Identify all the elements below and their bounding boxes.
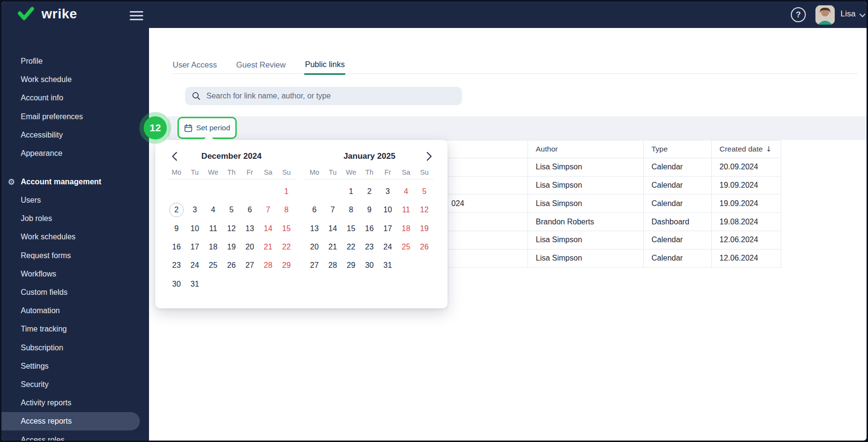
calendar-day[interactable]: 25 — [204, 256, 222, 275]
sidebar-item-appearance[interactable]: Appearance — [1, 144, 149, 163]
sidebar-item-work-schedules[interactable]: Work schedules — [1, 228, 149, 246]
user-name[interactable]: Lisa — [841, 9, 855, 19]
sidebar-item-settings[interactable]: Settings — [1, 357, 149, 375]
calendar-day[interactable]: 13 — [305, 220, 324, 238]
column-header-created-date[interactable]: Created date ↓ — [712, 140, 781, 158]
sidebar-item-custom-fields[interactable]: Custom fields — [1, 283, 149, 302]
calendar-day[interactable]: 18 — [397, 220, 415, 238]
sidebar-item-time-tracking[interactable]: Time tracking — [1, 320, 149, 338]
calendar-day[interactable]: 26 — [415, 238, 434, 256]
calendar-day[interactable]: 31 — [379, 256, 397, 275]
avatar[interactable] — [815, 5, 835, 25]
calendar-day[interactable]: 15 — [277, 220, 296, 238]
calendar-day[interactable]: 22 — [342, 238, 360, 256]
calendar-day[interactable]: 11 — [397, 201, 415, 219]
column-header-author[interactable]: Author — [528, 140, 644, 158]
sidebar-item-request-forms[interactable]: Request forms — [1, 247, 149, 265]
calendar-day[interactable]: 4 — [204, 201, 222, 219]
sidebar-item-profile[interactable]: Profile — [1, 52, 149, 70]
calendar-day[interactable]: 23 — [360, 238, 379, 256]
calendar-day[interactable]: 3 — [379, 182, 397, 201]
calendar-day[interactable]: 17 — [186, 238, 204, 256]
calendar-day[interactable]: 6 — [241, 201, 259, 219]
calendar-day[interactable]: 30 — [360, 256, 379, 275]
calendar-day[interactable]: 3 — [186, 201, 204, 219]
calendar-day[interactable]: 5 — [222, 201, 241, 219]
calendar-day-empty — [222, 275, 241, 293]
help-icon[interactable]: ? — [791, 7, 806, 22]
sidebar-item-security[interactable]: Security — [1, 375, 149, 394]
calendar-day[interactable]: 20 — [241, 238, 259, 256]
calendar-day[interactable]: 30 — [167, 275, 186, 293]
search-input[interactable] — [205, 91, 455, 101]
calendar-day[interactable]: 4 — [397, 182, 415, 201]
calendar-day[interactable]: 5 — [415, 182, 434, 201]
calendar-day[interactable]: 28 — [324, 256, 342, 275]
calendar-day[interactable]: 24 — [379, 238, 397, 256]
calendar-day[interactable]: 14 — [259, 220, 277, 238]
calendar-day[interactable]: 28 — [259, 256, 277, 275]
weekday-label: Tu — [186, 165, 204, 179]
calendar-day[interactable]: 25 — [397, 238, 415, 256]
calendar-day[interactable]: 27 — [241, 256, 259, 275]
sidebar-item-access-roles[interactable]: Access roles — [1, 430, 149, 442]
sidebar-item-accessibility[interactable]: Accessibility — [1, 126, 149, 144]
sidebar-item-work-schedule[interactable]: Work schedule — [1, 70, 149, 89]
calendar-day[interactable]: 23 — [167, 256, 186, 275]
sidebar-item-users[interactable]: Users — [1, 191, 149, 209]
calendar-day[interactable]: 29 — [277, 256, 296, 275]
calendar-day[interactable]: 12 — [222, 220, 241, 238]
calendar-day[interactable]: 1 — [342, 182, 360, 201]
sidebar-item-email-preferences[interactable]: Email preferences — [1, 108, 149, 126]
calendar-day[interactable]: 8 — [277, 201, 296, 219]
calendar-day[interactable]: 12 — [415, 201, 434, 219]
sidebar-item-access-reports[interactable]: Access reports — [1, 412, 140, 430]
chevron-down-icon[interactable] — [859, 11, 866, 17]
calendar-day[interactable]: 9 — [360, 201, 379, 219]
calendar-day[interactable]: 19 — [222, 238, 241, 256]
calendar-day[interactable]: 16 — [360, 220, 379, 238]
calendar-day[interactable]: 27 — [305, 256, 324, 275]
calendar-day[interactable]: 21 — [324, 238, 342, 256]
cell-created-date: 19.09.2024 — [712, 177, 781, 194]
column-header-type[interactable]: Type — [644, 140, 712, 158]
calendar-day[interactable]: 9 — [167, 220, 186, 238]
calendar-day[interactable]: 1 — [277, 182, 296, 201]
calendar-day[interactable]: 17 — [379, 220, 397, 238]
sidebar-item-subscription[interactable]: Subscription — [1, 339, 149, 357]
calendar-day[interactable]: 22 — [277, 238, 296, 256]
calendar-day[interactable]: 16 — [167, 238, 186, 256]
sidebar-item-workflows[interactable]: Workflows — [1, 265, 149, 283]
sidebar-item-activity-reports[interactable]: Activity reports — [1, 394, 149, 412]
calendar-day[interactable]: 31 — [186, 275, 204, 293]
menu-icon[interactable] — [130, 11, 143, 23]
calendar-day[interactable]: 6 — [305, 201, 324, 219]
calendar-day[interactable]: 13 — [241, 220, 259, 238]
calendar-day[interactable]: 2 — [167, 201, 186, 219]
calendar-day[interactable]: 2 — [360, 182, 379, 201]
sidebar-item-account-info[interactable]: Account info — [1, 89, 149, 107]
tab-public-links[interactable]: Public links — [304, 55, 345, 75]
sidebar-item-job-roles[interactable]: Job roles — [1, 209, 149, 228]
calendar-day[interactable]: 7 — [324, 201, 342, 219]
calendar-day[interactable]: 19 — [415, 220, 434, 238]
calendar-day[interactable]: 24 — [186, 256, 204, 275]
sidebar-item-automation[interactable]: Automation — [1, 302, 149, 320]
weekday-label: Su — [415, 165, 434, 179]
calendar-day[interactable]: 15 — [342, 220, 360, 238]
calendar-day[interactable]: 10 — [379, 201, 397, 219]
wrike-logo[interactable]: wrike — [18, 6, 77, 22]
tab-user-access[interactable]: User Access — [172, 55, 217, 75]
calendar-day[interactable]: 20 — [305, 238, 324, 256]
calendar-day[interactable]: 18 — [204, 238, 222, 256]
calendar-day[interactable]: 7 — [259, 201, 277, 219]
tab-guest-review[interactable]: Guest Review — [236, 55, 286, 75]
calendar-day[interactable]: 21 — [259, 238, 277, 256]
calendar-day[interactable]: 10 — [186, 220, 204, 238]
calendar-day[interactable]: 11 — [204, 220, 222, 238]
calendar-day[interactable]: 26 — [222, 256, 241, 275]
calendar-day[interactable]: 29 — [342, 256, 360, 275]
calendar-day[interactable]: 8 — [342, 201, 360, 219]
weekday-header: MoTuWeThFrSaSu — [167, 165, 296, 180]
calendar-day[interactable]: 14 — [324, 220, 342, 238]
